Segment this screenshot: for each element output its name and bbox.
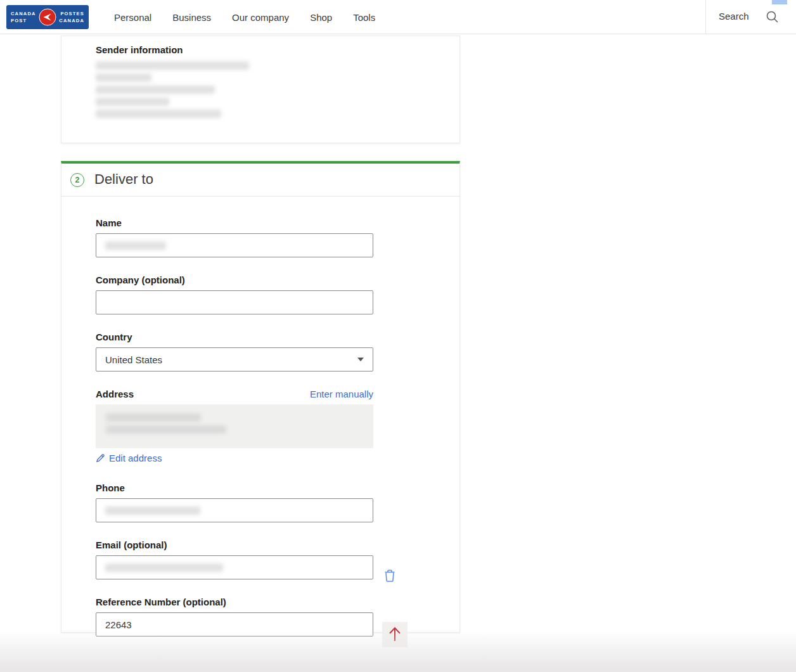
deliver-to-title: Deliver to — [94, 171, 153, 188]
company-field-group: Company (optional) — [96, 275, 373, 314]
trash-icon — [384, 574, 395, 584]
address-label: Address — [96, 389, 134, 399]
edit-address-link[interactable]: Edit address — [96, 453, 162, 463]
top-right-blue-strip — [772, 0, 787, 4]
search-icon[interactable] — [766, 10, 779, 23]
name-field-group: Name — [96, 217, 373, 257]
address-display-box — [96, 404, 373, 448]
page-bottom-fade — [0, 631, 796, 672]
main-nav: Personal Business Our company Shop Tools — [114, 0, 375, 34]
deliver-to-form: Name Company (optional) Country United S… — [61, 197, 459, 636]
phone-input[interactable] — [96, 498, 373, 522]
nav-item-tools[interactable]: Tools — [353, 12, 375, 23]
logo-text-right: POSTESCANADA — [59, 10, 84, 25]
country-selected-value: United States — [105, 354, 162, 365]
country-select[interactable]: United States — [96, 347, 373, 372]
country-field-group: Country United States — [96, 332, 373, 372]
reference-field-group: Reference Number (optional) — [96, 597, 373, 636]
nav-item-personal[interactable]: Personal — [114, 12, 151, 23]
name-input[interactable] — [96, 233, 373, 257]
reference-number-label: Reference Number (optional) — [96, 597, 373, 607]
phone-field-group: Phone — [96, 482, 373, 522]
chevron-down-icon — [357, 358, 364, 361]
sender-information-card: Sender information — [61, 36, 460, 143]
top-navigation-bar: CANADAPOST POSTESCANADA Personal Busines… — [0, 0, 796, 34]
deliver-to-card: 2 Deliver to Name Company (optional) Cou… — [61, 161, 460, 633]
sender-redacted-details — [96, 61, 459, 118]
nav-item-our-company[interactable]: Our company — [232, 12, 289, 23]
email-field-group: Email (optional) — [96, 540, 373, 579]
name-label: Name — [96, 217, 373, 228]
address-field-group: Address Enter manually Edit address — [96, 389, 373, 465]
search-button[interactable]: Search — [719, 11, 749, 22]
nav-item-shop[interactable]: Shop — [310, 12, 332, 23]
header-divider — [705, 0, 706, 34]
edit-address-label: Edit address — [109, 453, 162, 463]
sender-information-title: Sender information — [96, 44, 459, 55]
company-input[interactable] — [96, 290, 373, 314]
step-number-badge: 2 — [70, 173, 84, 187]
deliver-to-header: 2 Deliver to — [61, 164, 459, 197]
email-label: Email (optional) — [96, 540, 373, 550]
enter-manually-link[interactable]: Enter manually — [310, 389, 373, 399]
delete-email-button[interactable] — [383, 569, 396, 582]
pencil-icon — [96, 453, 105, 463]
logo-text-left: CANADAPOST — [11, 10, 36, 25]
email-input[interactable] — [96, 555, 373, 579]
company-label: Company (optional) — [96, 275, 373, 285]
canada-post-wing-icon — [39, 9, 56, 26]
phone-label: Phone — [96, 482, 373, 493]
page: CANADAPOST POSTESCANADA Personal Busines… — [0, 0, 796, 672]
country-label: Country — [96, 332, 373, 342]
nav-item-business[interactable]: Business — [172, 12, 211, 23]
canada-post-logo[interactable]: CANADAPOST POSTESCANADA — [6, 5, 89, 29]
address-label-row: Address Enter manually — [96, 389, 373, 399]
